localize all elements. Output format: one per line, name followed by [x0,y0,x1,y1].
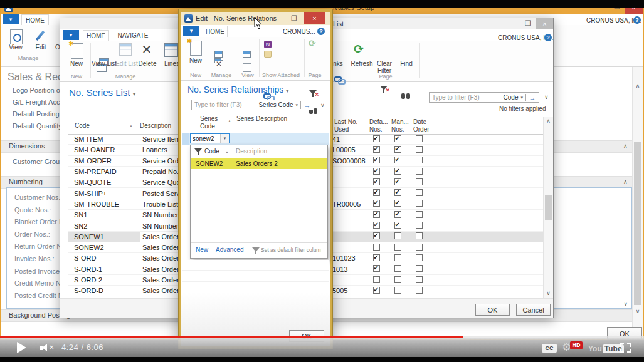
checkbox-date-order[interactable] [416,200,423,207]
checkbox-default-nos[interactable] [373,168,380,175]
view-icon[interactable] [243,63,251,72]
dropdown-cell-code[interactable]: SONEW2 [191,160,236,167]
filter-go-icon[interactable]: → [300,101,314,109]
checkbox-default-nos[interactable] [373,211,380,218]
dropdown-cell-description[interactable]: Sales Orders 2 [236,160,278,167]
checkbox-default-nos[interactable] [373,287,380,294]
app-menu-button[interactable]: ▾ [183,26,199,36]
cell-code[interactable]: S-ORD-D [68,287,140,294]
checkbox-date-order[interactable] [416,232,423,239]
cell-code[interactable]: SM-QUOTE [68,178,140,186]
mute-icon[interactable]: ✕ [40,344,55,352]
cell-code[interactable]: SM-LOANER [68,146,140,153]
combobox-dropdown-icon[interactable]: ▾ [220,134,229,143]
checkbox-manual-nos[interactable] [394,157,401,163]
checkbox-default-nos[interactable] [373,254,380,261]
close-button[interactable]: × [304,12,325,24]
titlebar-dialog[interactable]: Edit - No. Series Relationsh... – ❐ × [181,12,330,25]
cell-last-no-used[interactable]: SO000008 [332,157,366,165]
checkbox-default-nos[interactable] [373,189,380,196]
title-dropdown-icon[interactable]: ▾ [133,91,136,97]
cell-last-no-used[interactable]: 5005 [332,287,366,294]
edit-list-icon[interactable] [214,51,223,58]
checkbox-date-order[interactable] [416,265,423,272]
cell-last-no-used[interactable]: TR00005 [332,200,366,208]
scroll-thumb[interactable] [634,142,641,305]
cell-code[interactable]: S-ORD-1 [68,266,140,273]
cell-last-no-used[interactable]: 1013 [332,266,366,273]
cell-code[interactable]: SONEW1 [68,233,140,240]
checkbox-default-nos[interactable] [373,265,380,272]
chevron-down-icon[interactable]: ▾ [518,95,525,100]
onenote-icon[interactable]: N [264,41,272,48]
new-button[interactable]: New [186,57,205,64]
column-header-code[interactable]: Code [75,122,90,130]
field-label[interactable]: Default Quantity to [13,122,63,134]
checkbox-manual-nos[interactable] [394,276,401,283]
cell-last-no-used[interactable]: L00005 [332,146,366,153]
scrollbar-vertical-list[interactable]: ∧ ∨ [543,117,553,298]
edit-button[interactable]: Edit [31,44,50,51]
checkbox-manual-nos[interactable] [394,146,401,153]
scroll-down-icon[interactable]: ∨ [544,290,553,296]
delete-icon[interactable]: ✕ [214,59,223,68]
checkbox-manual-nos[interactable] [394,244,401,251]
cell-code[interactable]: SN1 [68,211,140,219]
filter-column-select[interactable]: Series Code [255,101,293,108]
set-default-filter-label[interactable]: Set as default filter column [261,247,321,253]
collapse-icon[interactable]: ∧ [623,143,628,149]
minimize-button[interactable]: – [509,19,519,27]
tab-navigate[interactable]: NAVIGATE [113,30,153,41]
youtube-logo[interactable]: YouTube [588,343,624,353]
view-button[interactable]: View [6,44,25,51]
title-dropdown-icon[interactable]: ▾ [286,88,288,94]
filter-go-icon[interactable]: → [525,94,539,101]
checkbox-date-order[interactable] [416,244,423,251]
cell-code[interactable]: SM-ORDER [68,157,140,165]
close-button[interactable]: × [536,18,553,29]
refresh-icon[interactable]: ⟳ [309,38,316,48]
help-icon[interactable]: ? [633,16,641,24]
collapse-icon[interactable]: ∧ [623,178,628,185]
checkbox-default-nos[interactable] [373,135,380,142]
cancel-button-list[interactable]: Cancel [516,304,551,316]
cell-code[interactable]: S-ORD-2 [68,276,140,284]
help-icon[interactable]: ? [317,28,325,35]
cell-code[interactable]: SM-PREPAID [68,168,140,175]
cell-code[interactable]: SONEW2 [68,244,140,251]
checkbox-manual-nos[interactable] [394,265,401,272]
column-header-default-nos[interactable]: Defa... Nos. [369,118,392,133]
scroll-down-icon[interactable]: ∨ [633,308,643,314]
checkbox-manual-nos[interactable] [394,211,401,218]
tab-home[interactable]: HOME [21,14,49,25]
cell-code[interactable]: SM-ITEM [68,135,140,143]
checkbox-manual-nos[interactable] [394,254,401,261]
advanced-link[interactable]: Advanced [216,246,243,253]
checkbox-manual-nos[interactable] [394,189,401,196]
maximize-button[interactable]: ❐ [523,19,533,27]
checkbox-date-order[interactable] [416,157,423,163]
delete-button[interactable]: Delete [135,60,159,67]
checkbox-date-order[interactable] [416,178,423,185]
new-button[interactable]: New [66,60,87,67]
scrollbar-vertical[interactable]: ∧ ∨ [632,67,643,339]
column-header-manual-nos[interactable]: Man... Nos. [391,118,413,133]
combobox-value[interactable]: sonew2 [191,135,220,142]
collapse-icon[interactable]: ∨ [623,301,628,307]
dropdown-row-highlighted[interactable]: SONEW2 Sales Orders 2 [191,158,327,169]
checkbox-date-order[interactable] [416,189,423,196]
tab-home[interactable]: HOME [203,26,228,37]
view-table-icon[interactable] [243,51,251,58]
checkbox-date-order[interactable] [416,287,423,294]
checkbox-manual-nos[interactable] [394,200,401,207]
find-button[interactable]: Find [398,60,415,67]
checkbox-manual-nos[interactable] [394,287,401,294]
maximize-button[interactable]: ❐ [290,14,298,22]
checkbox-default-nos[interactable] [373,146,380,153]
column-header-series-code[interactable]: Series Code [200,115,218,130]
scroll-up-icon[interactable]: ∧ [544,118,553,124]
checkbox-default-nos[interactable] [373,157,380,163]
column-header-date-order[interactable]: Date Order [413,118,435,133]
column-header-series-description[interactable]: Series Description [236,115,287,123]
field-label[interactable]: Default Posting Dat [13,110,63,122]
